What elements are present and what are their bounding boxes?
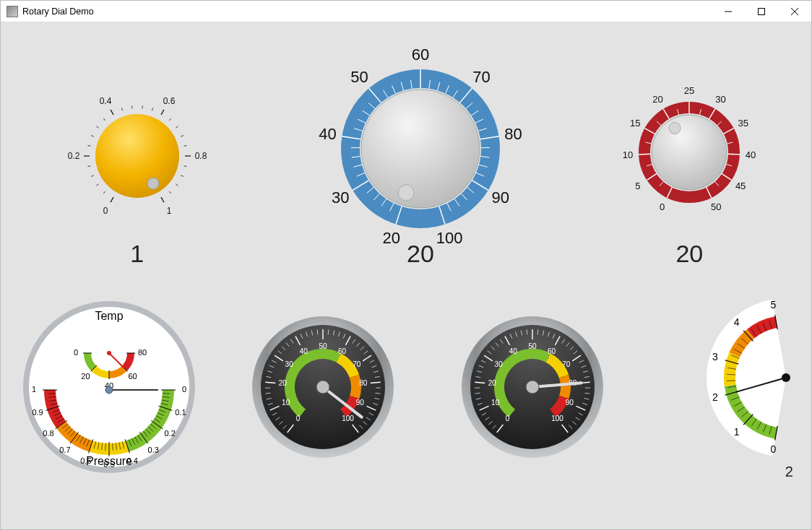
svg-line-15	[103, 118, 105, 121]
svg-text:0.7: 0.7	[59, 446, 70, 454]
svg-text:80: 80	[138, 348, 147, 357]
value-fan: 2	[649, 464, 800, 480]
svg-text:0.8: 0.8	[43, 429, 53, 438]
gauge-fan[interactable]: 012345	[678, 295, 800, 461]
svg-text:80: 80	[359, 379, 368, 387]
svg-text:0.2: 0.2	[67, 151, 79, 161]
svg-line-25	[176, 126, 178, 128]
svg-text:0.6: 0.6	[163, 96, 175, 106]
svg-text:5: 5	[636, 181, 641, 191]
svg-line-16	[111, 110, 113, 115]
svg-text:20: 20	[488, 379, 497, 387]
svg-text:0.8: 0.8	[194, 151, 207, 161]
app-window: Rotary Dial Demo 00.20.40.60.81 20304050…	[0, 0, 812, 530]
svg-text:5: 5	[770, 298, 776, 310]
svg-line-24	[169, 118, 171, 121]
svg-text:0: 0	[770, 443, 776, 455]
svg-text:0: 0	[103, 206, 108, 216]
svg-text:1: 1	[32, 385, 36, 394]
svg-text:10: 10	[491, 399, 500, 407]
svg-line-6	[103, 191, 105, 194]
svg-text:60: 60	[548, 347, 556, 355]
rotary-dial-blue[interactable]: 2030405060708090100	[312, 40, 529, 257]
svg-text:30: 30	[495, 360, 504, 368]
svg-text:0.4: 0.4	[99, 96, 111, 106]
svg-line-4	[111, 197, 113, 202]
maximize-button[interactable]	[745, 1, 778, 22]
svg-text:Pressure: Pressure	[86, 455, 132, 467]
svg-line-98	[639, 154, 650, 155]
svg-text:3: 3	[712, 350, 718, 362]
svg-text:80: 80	[504, 125, 522, 143]
value-red: 20	[595, 240, 783, 268]
svg-point-372	[782, 373, 790, 382]
svg-line-32	[176, 184, 178, 186]
minimize-button[interactable]	[712, 1, 745, 22]
svg-line-14	[96, 126, 98, 128]
svg-line-34	[161, 197, 164, 202]
svg-text:20: 20	[278, 379, 287, 387]
svg-text:90: 90	[356, 399, 365, 407]
svg-text:70: 70	[472, 68, 490, 86]
svg-text:1: 1	[734, 425, 740, 437]
value-blue: 20	[301, 240, 540, 268]
svg-text:0: 0	[182, 385, 186, 394]
svg-text:30: 30	[332, 188, 349, 207]
gauge-speedo-2[interactable]: 0102030405060708090100	[453, 308, 612, 466]
svg-text:0.9: 0.9	[33, 408, 43, 417]
svg-text:70: 70	[353, 360, 361, 368]
svg-text:50: 50	[529, 342, 537, 350]
window-title: Rotary Dial Demo	[22, 6, 94, 17]
svg-text:20: 20	[82, 372, 90, 381]
svg-text:90: 90	[492, 188, 509, 207]
svg-text:100: 100	[551, 414, 563, 422]
gauge-temp-pressure[interactable]: 020406080Temp00.10.20.30.40.50.60.70.80.…	[19, 297, 199, 477]
svg-point-37	[147, 178, 159, 189]
svg-line-8	[91, 175, 94, 177]
svg-text:30: 30	[285, 360, 293, 368]
svg-text:0: 0	[660, 201, 665, 212]
svg-line-30	[183, 166, 186, 167]
svg-line-7	[96, 184, 98, 186]
gauge-speedo-1[interactable]: 0102030405060708090100	[243, 308, 402, 466]
svg-line-31	[181, 175, 183, 177]
svg-text:0: 0	[295, 414, 300, 422]
svg-line-26	[181, 136, 183, 137]
svg-text:0.3: 0.3	[148, 446, 159, 454]
svg-text:1: 1	[166, 206, 171, 216]
svg-text:90: 90	[566, 399, 574, 407]
value-yellow: 1	[29, 240, 246, 268]
svg-text:70: 70	[563, 360, 571, 368]
svg-line-21	[152, 108, 152, 110]
svg-text:0.1: 0.1	[176, 408, 186, 417]
svg-text:15: 15	[630, 118, 640, 129]
svg-point-204	[105, 386, 113, 394]
svg-line-116	[728, 154, 740, 155]
svg-text:100: 100	[342, 414, 354, 422]
content-area: 00.20.40.60.81 2030405060708090100 05101…	[1, 22, 811, 529]
svg-text:40: 40	[509, 347, 518, 355]
svg-text:60: 60	[129, 372, 137, 381]
svg-text:10: 10	[282, 399, 290, 407]
svg-line-33	[169, 191, 171, 194]
rotary-dial-red[interactable]: 05101520253035404550	[613, 73, 765, 225]
svg-text:45: 45	[735, 181, 746, 191]
rotary-dial-yellow[interactable]: 00.20.40.60.81	[58, 69, 217, 228]
svg-text:Temp: Temp	[95, 310, 124, 322]
svg-point-124	[652, 115, 727, 190]
svg-text:40: 40	[746, 149, 756, 160]
svg-line-27	[183, 145, 186, 146]
svg-line-12	[87, 145, 90, 146]
svg-text:50: 50	[711, 201, 721, 212]
svg-text:40: 40	[319, 125, 336, 143]
svg-text:40: 40	[300, 347, 308, 355]
svg-line-13	[91, 136, 94, 137]
svg-text:60: 60	[338, 347, 347, 355]
svg-point-338	[526, 381, 539, 394]
svg-text:0: 0	[506, 414, 510, 422]
svg-point-90	[398, 185, 414, 201]
close-button[interactable]	[778, 1, 811, 22]
svg-line-9	[87, 166, 90, 167]
svg-point-36	[95, 114, 179, 198]
svg-text:60: 60	[412, 45, 429, 64]
